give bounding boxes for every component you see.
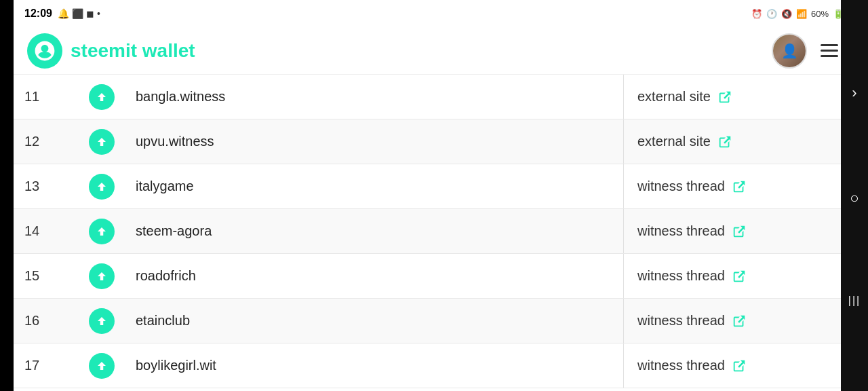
status-left: 12:09 🔔 ⬛ ◼ • — [24, 7, 100, 20]
witness-name: upvu.witness — [122, 134, 623, 149]
table-row: 16 etainclub witness thread — [14, 299, 854, 343]
witness-name: steem-agora — [122, 223, 623, 239]
upvote-button[interactable] — [89, 84, 115, 110]
notification-icon: 🔔 — [58, 8, 69, 19]
table-row: 15 roadofrich witness thread — [14, 254, 854, 299]
rank-number: 17 — [14, 358, 81, 373]
clock-icon: 🕐 — [766, 9, 777, 19]
link-text: witness thread — [637, 358, 725, 373]
status-bar: 12:09 🔔 ⬛ ◼ • ⏰ 🕐 🔇 📶 60% 🔋 — [14, 0, 854, 27]
external-link-icon — [732, 358, 747, 373]
signal-icon: 📶 — [796, 9, 807, 19]
external-link-icon — [717, 134, 732, 149]
witness-link[interactable]: external site — [624, 134, 854, 149]
upvote-button[interactable] — [89, 263, 115, 289]
vote-column — [81, 219, 122, 244]
witness-name: italygame — [122, 179, 623, 194]
back-button[interactable]: › — [852, 84, 856, 102]
witness-link[interactable]: witness thread — [624, 179, 854, 194]
upvote-button[interactable] — [89, 174, 115, 200]
header-right: 👤 — [772, 33, 841, 69]
external-link-icon — [732, 269, 747, 284]
vote-column — [81, 353, 122, 379]
rank-number: 16 — [14, 313, 81, 329]
vote-column — [81, 308, 122, 334]
status-time: 12:09 — [24, 7, 52, 20]
link-text: witness thread — [637, 313, 725, 329]
rank-number: 12 — [14, 134, 81, 149]
dot-indicator: • — [97, 8, 100, 19]
witness-link[interactable]: witness thread — [624, 268, 854, 284]
link-text: witness thread — [637, 179, 725, 194]
external-link-icon — [732, 179, 747, 194]
table-row: 13 italygame witness thread — [14, 164, 854, 209]
menu-button[interactable] — [818, 41, 841, 60]
rank-number: 11 — [14, 89, 81, 105]
witness-link[interactable]: external site — [624, 89, 854, 105]
logo-area: steemit wallet — [27, 33, 195, 69]
right-nav-bar: › ○ ||| — [841, 0, 868, 391]
link-text: external site — [637, 134, 711, 149]
witness-name: boylikegirl.wit — [122, 358, 623, 373]
phone-frame: 12:09 🔔 ⬛ ◼ • ⏰ 🕐 🔇 📶 60% 🔋 steemi — [14, 0, 854, 391]
volume-icon: 🔇 — [781, 9, 792, 19]
rank-number: 13 — [14, 179, 81, 194]
witness-name: etainclub — [122, 313, 623, 329]
upvote-button[interactable] — [89, 308, 115, 334]
battery-text: 60% — [811, 9, 829, 19]
status-right: ⏰ 🕐 🔇 📶 60% 🔋 — [751, 9, 844, 19]
rank-number: 14 — [14, 223, 81, 239]
user-avatar[interactable]: 👤 — [772, 33, 807, 69]
vote-column — [81, 174, 122, 200]
witness-link[interactable]: witness thread — [624, 358, 854, 373]
hamburger-line-2 — [821, 50, 838, 52]
app-icon-1: ⬛ — [72, 8, 83, 19]
witness-table: 11 bangla.witness external site 12 — [14, 75, 854, 391]
link-text: witness thread — [637, 223, 725, 239]
external-link-icon — [732, 224, 747, 239]
witness-name: roadofrich — [122, 268, 623, 284]
steemit-svg — [33, 39, 57, 63]
upvote-button[interactable] — [89, 219, 115, 244]
hamburger-line-1 — [821, 44, 838, 46]
vote-column — [81, 263, 122, 289]
hamburger-line-3 — [821, 55, 838, 57]
rank-number: 15 — [14, 268, 81, 284]
table-row: 14 steem-agora witness thread — [14, 209, 854, 254]
steemit-logo-icon — [27, 33, 62, 69]
vote-column — [81, 84, 122, 110]
witness-name: bangla.witness — [122, 89, 623, 105]
upvote-button[interactable] — [89, 129, 115, 155]
vote-column — [81, 129, 122, 155]
alarm-icon: ⏰ — [751, 9, 762, 19]
external-link-icon — [732, 314, 747, 329]
logo-text: steemit wallet — [71, 40, 195, 62]
table-row: 12 upvu.witness external site — [14, 119, 854, 164]
home-button[interactable]: ○ — [850, 189, 859, 207]
avatar-image: 👤 — [773, 35, 806, 67]
table-row: 17 boylikegirl.wit witness thread — [14, 343, 854, 388]
link-text: witness thread — [637, 268, 725, 284]
link-text: external site — [637, 89, 711, 105]
witness-link[interactable]: witness thread — [624, 223, 854, 239]
table-row: 11 bangla.witness external site — [14, 75, 854, 119]
external-link-icon — [717, 90, 732, 105]
witness-link[interactable]: witness thread — [624, 313, 854, 329]
app-icon-2: ◼ — [86, 8, 94, 19]
upvote-button[interactable] — [89, 353, 115, 379]
status-icons: 🔔 ⬛ ◼ • — [58, 8, 100, 19]
app-header: steemit wallet 👤 — [14, 27, 854, 75]
multitask-button[interactable]: ||| — [848, 295, 861, 307]
